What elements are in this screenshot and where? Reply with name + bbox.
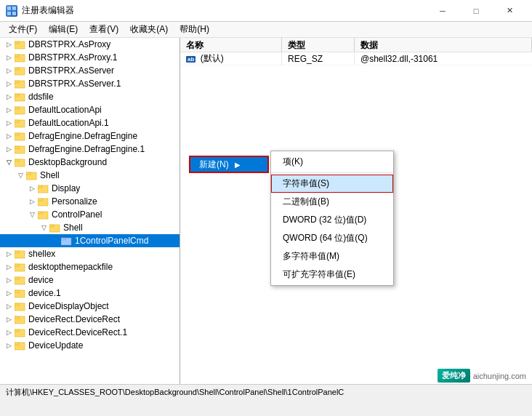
expander-icon: ▷ — [26, 196, 38, 207]
svg-rect-29 — [38, 199, 42, 201]
submenu-item-dword[interactable]: DWORD (32 位)值(D) — [271, 211, 393, 229]
tree-panel[interactable]: ▷ DBRSTPRX.AsProxy ▷ DBRSTPRX.AsProxy.1 … — [0, 38, 180, 400]
folder-icon — [38, 209, 49, 220]
minimize-button[interactable]: ─ — [426, 0, 459, 22]
main-container: ▷ DBRSTPRX.AsProxy ▷ DBRSTPRX.AsProxy.1 … — [0, 38, 532, 400]
expander-icon: ▷ — [3, 274, 15, 286]
folder-icon — [49, 223, 61, 233]
tree-label: Display — [52, 183, 80, 193]
svg-rect-41 — [15, 277, 19, 279]
expander-icon: ▷ — [3, 117, 15, 129]
tree-item-device1[interactable]: ▷ device.1 — [0, 287, 180, 300]
folder-icon — [38, 183, 49, 193]
tree-item-defaultlocationapi[interactable]: ▷ DefaultLocationApi — [0, 103, 180, 116]
tree-item-dbrstprx-asserver1[interactable]: ▷ DBRSTPRX.AsServer.1 — [0, 77, 180, 90]
expander-icon: ▷ — [3, 340, 15, 351]
tree-item-defragengine1[interactable]: ▷ DefragEngine.DefragEngine.1 — [0, 143, 180, 156]
svg-rect-9 — [15, 68, 19, 70]
menu-favorites[interactable]: 收藏夹(A) — [124, 22, 174, 37]
svg-rect-17 — [15, 120, 19, 122]
tree-item-shell-cp[interactable]: ▽ Shell — [0, 221, 180, 234]
svg-rect-7 — [15, 55, 19, 57]
svg-rect-2 — [7, 12, 11, 15]
tree-label: DefragEngine.DefragEngine — [28, 131, 137, 141]
tree-item-defragengine[interactable]: ▷ DefragEngine.DefragEngine — [0, 129, 180, 143]
tree-item-devicerect[interactable]: ▷ DeviceRect.DeviceRect — [0, 313, 180, 326]
tree-item-dbrstprx-asproxy1[interactable]: ▷ DBRSTPRX.AsProxy.1 — [0, 51, 180, 64]
menu-edit[interactable]: 编辑(E) — [43, 22, 84, 37]
tree-item-personalize[interactable]: ▷ Personalize — [0, 195, 180, 208]
expander-icon: ▷ — [3, 287, 15, 299]
col-header-name: 名称 — [180, 38, 282, 52]
tree-label: device.1 — [28, 288, 61, 298]
expander-icon: ▷ — [26, 183, 38, 194]
tree-item-devicedisplayobject[interactable]: ▷ DeviceDisplayObject — [0, 300, 180, 313]
menu-help[interactable]: 帮助(H) — [174, 22, 215, 37]
submenu-item-k[interactable]: 项(K) — [271, 153, 393, 171]
tree-item-dbrstprx-asproxy[interactable]: ▷ DBRSTPRX.AsProxy — [0, 38, 180, 51]
folder-icon — [15, 327, 26, 337]
svg-rect-5 — [15, 41, 19, 44]
tree-item-dbrstprx-asserver[interactable]: ▷ DBRSTPRX.AsServer — [0, 64, 180, 77]
tree-item-device[interactable]: ▷ device — [0, 273, 180, 287]
submenu-item-binary[interactable]: 二进制值(B) — [271, 193, 393, 211]
svg-rect-49 — [15, 329, 19, 332]
expander-icon: ▷ — [3, 300, 15, 312]
right-header: 名称 类型 数据 — [180, 38, 532, 52]
title-bar: 注册表编辑器 ─ □ ✕ — [0, 0, 532, 22]
folder-icon — [15, 262, 26, 272]
folder-icon — [15, 144, 26, 154]
submenu-item-multistring[interactable]: 多字符串值(M) — [271, 247, 393, 265]
expander-icon: ▷ — [3, 65, 15, 76]
tree-label: DeviceDisplayObject — [28, 301, 109, 311]
tree-item-display[interactable]: ▷ Display — [0, 182, 180, 195]
tree-item-shell[interactable]: ▽ Shell — [0, 169, 180, 182]
status-bar: 计算机\HKEY_CLASSES_ROOT\DesktopBackground\… — [0, 384, 532, 400]
tree-item-desktopbackground[interactable]: ▽ DesktopBackground — [0, 156, 180, 169]
tree-label: DefaultLocationApi — [28, 105, 102, 115]
expander-icon: ▷ — [3, 104, 15, 116]
table-row[interactable]: ab (默认) REG_SZ @shell32.dll,-31061 — [180, 52, 532, 65]
tree-item-desktopthemepackfile[interactable]: ▷ desktopthemepackfile — [0, 260, 180, 273]
folder-icon — [15, 52, 26, 63]
svg-rect-19 — [15, 133, 19, 135]
folder-icon — [15, 65, 26, 76]
submenu-item-qword[interactable]: QWORD (64 位)值(Q) — [271, 229, 393, 247]
tree-item-ddsfile[interactable]: ▷ ddsfile — [0, 90, 180, 103]
tree-item-defaultlocationapi1[interactable]: ▷ DefaultLocationApi.1 — [0, 116, 180, 129]
maximize-button[interactable]: □ — [459, 0, 493, 22]
new-button[interactable]: 新建(N) ▶ — [189, 156, 269, 173]
tree-item-deviceupdate[interactable]: ▷ DeviceUpdate — [0, 339, 180, 352]
tree-item-controlpanel[interactable]: ▽ ControlPanel — [0, 208, 180, 221]
tree-item-devicerect1[interactable]: ▷ DeviceRect.DeviceRect.1 — [0, 326, 180, 339]
submenu-separator — [271, 172, 393, 173]
folder-icon — [15, 157, 26, 167]
close-button[interactable]: ✕ — [493, 0, 526, 22]
submenu-item-expandstring[interactable]: 可扩充字符串值(E) — [271, 265, 393, 284]
submenu-item-string[interactable]: 字符串值(S) — [271, 175, 393, 193]
app-icon — [6, 5, 17, 17]
tree-item-1controlpanelcmd[interactable]: 1ControlPanelCmd — [0, 234, 180, 247]
tree-label: desktopthemepackfile — [28, 262, 113, 272]
folder-icon — [15, 118, 26, 128]
svg-rect-11 — [15, 81, 19, 83]
tree-item-shellex[interactable]: ▷ shellex — [0, 247, 180, 260]
menu-view[interactable]: 查看(V) — [84, 22, 124, 37]
svg-rect-51 — [15, 343, 19, 345]
svg-rect-25 — [26, 172, 31, 175]
tree-label: DefragEngine.DefragEngine.1 — [28, 144, 145, 154]
svg-rect-15 — [15, 107, 19, 109]
folder-icon — [15, 288, 26, 298]
expander-icon: ▽ — [38, 222, 49, 233]
folder-icon — [15, 249, 26, 259]
svg-rect-21 — [15, 146, 19, 148]
new-button-label: 新建(N) — [199, 159, 229, 171]
cell-data: @shell32.dll,-31061 — [355, 53, 532, 65]
menu-file[interactable]: 文件(F) — [3, 22, 43, 37]
title-bar-controls: ─ □ ✕ — [426, 0, 526, 22]
tree-label: DesktopBackground — [28, 157, 107, 167]
cell-type: REG_SZ — [282, 53, 355, 65]
svg-rect-45 — [15, 303, 19, 305]
context-submenu: 项(K) 字符串值(S) 二进制值(B) DWORD (32 位)值(D) QW… — [270, 151, 394, 286]
folder-icon — [15, 275, 26, 285]
